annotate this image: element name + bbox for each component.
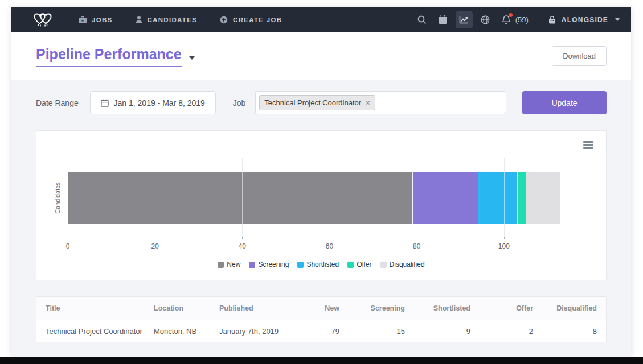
date-range-label: Date Range	[36, 98, 79, 107]
bar-segment-disqualified[interactable]	[526, 172, 560, 224]
chevron-down-icon	[189, 56, 195, 60]
legend-swatch	[218, 262, 224, 268]
chart-line-icon[interactable]	[456, 11, 473, 28]
page-header: Pipeline Performance Download	[11, 32, 631, 80]
legend-label: Offer	[357, 260, 371, 268]
col-header-location: Location	[154, 304, 219, 312]
legend-label: Disqualified	[390, 260, 425, 268]
nav-label: CREATE JOB	[233, 16, 282, 23]
nav-item-jobs[interactable]: JOBS	[79, 16, 113, 23]
download-button[interactable]: Download	[552, 46, 607, 66]
plus-circle-icon	[220, 16, 228, 24]
gridline-overlay	[330, 172, 330, 224]
gridline-overlay	[155, 172, 155, 224]
table-header-row: Title Location Published New Screening S…	[36, 297, 606, 320]
legend-label: Shortlisted	[306, 260, 339, 268]
axis-tick-label: 40	[239, 242, 246, 250]
calendar-icon	[101, 99, 109, 107]
axis-tick	[417, 237, 417, 239]
close-x-icon[interactable]: ×	[366, 99, 370, 106]
gridline-overlay	[242, 172, 243, 224]
briefcase-icon	[79, 16, 87, 23]
account-name: ALONGSIDE	[562, 16, 608, 24]
bell-icon[interactable]	[498, 11, 515, 28]
col-header-offer: Offer	[470, 304, 533, 312]
cell-location: Moncton, NB	[154, 327, 219, 336]
calendar-icon[interactable]	[435, 11, 452, 28]
legend-swatch	[249, 262, 255, 268]
cell-screening: 15	[339, 327, 405, 336]
bar-segment-shortlisted[interactable]	[478, 172, 517, 224]
axis-tick	[504, 237, 505, 239]
axis-tick-label: 80	[413, 242, 420, 250]
axis-tick-label: 0	[66, 242, 70, 250]
axis-tick	[242, 237, 243, 239]
legend-item-new[interactable]: New	[218, 260, 240, 268]
x-ticklabels: 020406080100	[68, 242, 591, 250]
legend-label: Screening	[258, 260, 289, 268]
col-header-screening: Screening	[339, 304, 405, 312]
legend-swatch	[347, 262, 354, 268]
notification-dot	[509, 13, 513, 17]
cell-offer: 2	[470, 327, 533, 336]
top-navbar: JOBS CANDIDATES CREATE J	[11, 7, 631, 32]
axis-tick	[155, 237, 155, 239]
hearts-logo[interactable]	[31, 11, 55, 29]
account-menu[interactable]: ALONGSIDE	[548, 15, 620, 24]
axis-tick-label: 100	[498, 242, 510, 250]
person-icon	[136, 16, 142, 23]
legend-swatch	[380, 262, 387, 268]
navbar-divider	[539, 7, 539, 32]
bottom-bar	[0, 357, 643, 364]
legend-label: New	[227, 260, 240, 268]
cell-published: January 7th, 2019	[219, 327, 310, 336]
date-range-value: Jan 1, 2019 - Mar 8, 2019	[114, 98, 205, 107]
legend-item-offer[interactable]: Offer	[347, 260, 371, 268]
app-window: JOBS CANDIDATES CREATE J	[11, 7, 631, 357]
cell-disqualified: 8	[533, 327, 597, 336]
axis-tick	[330, 237, 330, 239]
chart-legend: New Screening Shortlisted Offer Disquali…	[36, 260, 606, 268]
main-nav: JOBS CANDIDATES CREATE J	[79, 16, 282, 24]
bar-segment-offer[interactable]	[517, 172, 526, 224]
hamburger-menu-icon[interactable]	[583, 141, 593, 151]
legend-item-screening[interactable]: Screening	[249, 260, 289, 268]
plot-area	[68, 158, 591, 237]
page-body: Date Range Jan 1, 2019 - Mar 8, 2019 Job…	[11, 80, 631, 357]
cell-new: 79	[310, 327, 339, 336]
nav-label: CANDIDATES	[148, 16, 198, 23]
axis-tick	[68, 237, 68, 239]
legend-swatch	[297, 262, 304, 268]
axis-tick-label: 60	[326, 242, 333, 250]
date-range-input[interactable]: Jan 1, 2019 - Mar 8, 2019	[90, 91, 216, 114]
job-select-input[interactable]: Technical Project Coordinator ×	[255, 91, 506, 114]
legend-item-shortlisted[interactable]: Shortlisted	[297, 260, 339, 268]
report-selector-dropdown[interactable]: Pipeline Performance	[36, 46, 195, 67]
update-button[interactable]: Update	[522, 91, 607, 114]
page-title: Pipeline Performance	[36, 46, 182, 67]
gridline-overlay	[417, 172, 417, 224]
job-tag-chip: Technical Project Coordinator ×	[259, 95, 375, 110]
cell-title: Technical Project Coordinator	[46, 327, 154, 336]
navbar-right: (59) ALONGSIDE	[409, 7, 620, 32]
cell-shortlisted: 9	[405, 327, 470, 336]
job-label: Job	[233, 98, 246, 107]
legend-item-disqualified[interactable]: Disqualified	[380, 260, 425, 268]
axis-tick-label: 20	[151, 242, 158, 250]
filter-row: Date Range Jan 1, 2019 - Mar 8, 2019 Job…	[36, 91, 607, 114]
col-header-shortlisted: Shortlisted	[405, 304, 470, 312]
notification-count[interactable]: (59)	[515, 15, 529, 24]
bar-segment-new[interactable]	[68, 172, 412, 224]
job-tag-label: Technical Project Coordinator	[264, 98, 361, 107]
search-icon[interactable]	[413, 11, 431, 28]
y-axis-label: Candidates	[54, 182, 61, 214]
nav-item-candidates[interactable]: CANDIDATES	[136, 16, 198, 23]
globe-icon[interactable]	[477, 11, 494, 28]
table-row[interactable]: Technical Project Coordinator Moncton, N…	[36, 320, 606, 342]
nav-label: JOBS	[92, 16, 113, 23]
col-header-disqualified: Disqualified	[533, 304, 597, 312]
col-header-new: New	[310, 304, 339, 312]
chevron-down-icon	[615, 18, 620, 21]
bar-segment-screening[interactable]	[412, 172, 478, 224]
nav-item-create-job[interactable]: CREATE JOB	[220, 16, 282, 24]
